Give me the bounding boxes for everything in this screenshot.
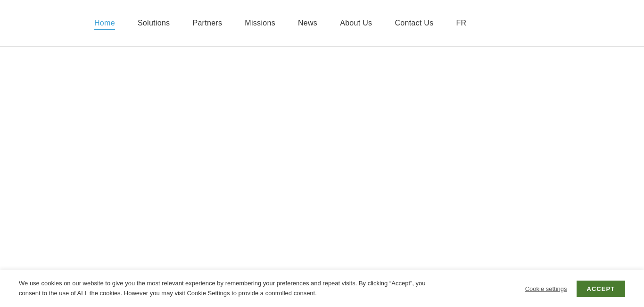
main-navigation: Home Solutions Partners Missions News Ab… <box>0 0 644 47</box>
cookie-actions: Cookie settings ACCEPT <box>525 281 625 297</box>
cookie-banner: We use cookies on our website to give yo… <box>0 270 644 307</box>
nav-link-missions[interactable]: Missions <box>245 19 275 27</box>
nav-link-partners[interactable]: Partners <box>192 19 222 27</box>
main-content <box>0 47 644 273</box>
nav-item-solutions[interactable]: Solutions <box>138 19 170 27</box>
nav-link-contact-us[interactable]: Contact Us <box>395 19 433 27</box>
nav-link-fr[interactable]: FR <box>456 19 467 27</box>
nav-link-solutions[interactable]: Solutions <box>138 19 170 27</box>
nav-item-fr[interactable]: FR <box>456 19 467 27</box>
nav-link-news[interactable]: News <box>298 19 317 27</box>
nav-item-home[interactable]: Home <box>94 19 115 27</box>
nav-list: Home Solutions Partners Missions News Ab… <box>94 19 466 27</box>
nav-item-contact-us[interactable]: Contact Us <box>395 19 433 27</box>
cookie-text: We use cookies on our website to give yo… <box>19 279 443 299</box>
nav-link-home[interactable]: Home <box>94 19 115 30</box>
nav-item-about-us[interactable]: About Us <box>340 19 372 27</box>
cookie-settings-button[interactable]: Cookie settings <box>525 285 567 292</box>
nav-item-missions[interactable]: Missions <box>245 19 275 27</box>
nav-item-partners[interactable]: Partners <box>192 19 222 27</box>
nav-link-about-us[interactable]: About Us <box>340 19 372 27</box>
accept-button[interactable]: ACCEPT <box>577 281 625 297</box>
nav-item-news[interactable]: News <box>298 19 317 27</box>
